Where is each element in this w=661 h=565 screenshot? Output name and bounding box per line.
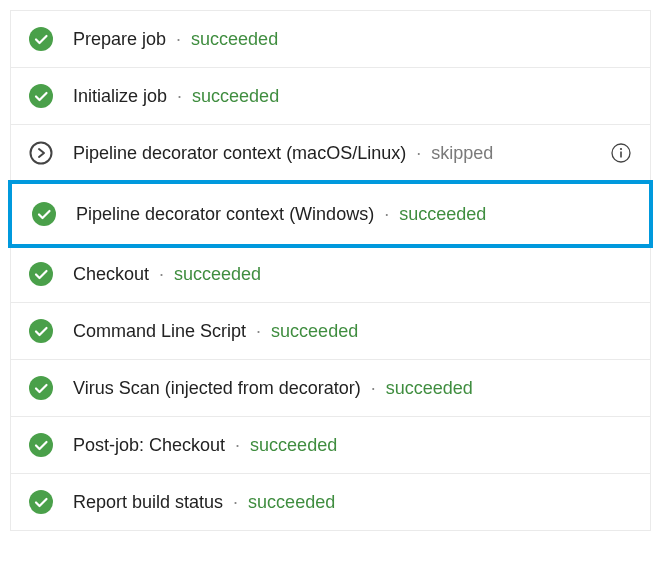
success-icon bbox=[29, 84, 53, 108]
step-name: Post-job: Checkout bbox=[73, 435, 225, 456]
success-icon bbox=[29, 376, 53, 400]
success-icon bbox=[29, 319, 53, 343]
step-status: succeeded bbox=[248, 492, 335, 513]
separator: · bbox=[384, 204, 389, 225]
success-icon bbox=[29, 433, 53, 457]
step-name: Checkout bbox=[73, 264, 149, 285]
step-name: Initialize job bbox=[73, 86, 167, 107]
step-row[interactable]: Post-job: Checkout·succeeded bbox=[11, 417, 650, 474]
status-icon-wrap bbox=[29, 376, 53, 400]
separator: · bbox=[177, 86, 182, 107]
step-name: Pipeline decorator context (macOS/Linux) bbox=[73, 143, 406, 164]
svg-point-6 bbox=[32, 202, 56, 226]
step-status: succeeded bbox=[174, 264, 261, 285]
step-name: Virus Scan (injected from decorator) bbox=[73, 378, 361, 399]
success-icon bbox=[29, 27, 53, 51]
status-icon-wrap bbox=[29, 141, 53, 165]
separator: · bbox=[233, 492, 238, 513]
separator: · bbox=[235, 435, 240, 456]
step-row[interactable]: Pipeline decorator context (macOS/Linux)… bbox=[11, 125, 650, 182]
status-icon-wrap bbox=[29, 319, 53, 343]
svg-point-11 bbox=[29, 490, 53, 514]
success-icon bbox=[29, 490, 53, 514]
svg-point-0 bbox=[29, 27, 53, 51]
info-button[interactable] bbox=[610, 142, 632, 164]
separator: · bbox=[371, 378, 376, 399]
pipeline-steps-list: Prepare job·succeeded Initialize job·suc… bbox=[10, 10, 651, 531]
separator: · bbox=[176, 29, 181, 50]
svg-point-9 bbox=[29, 376, 53, 400]
step-status: succeeded bbox=[271, 321, 358, 342]
step-row[interactable]: Prepare job·succeeded bbox=[11, 11, 650, 68]
skipped-icon bbox=[29, 141, 53, 165]
status-icon-wrap bbox=[29, 490, 53, 514]
separator: · bbox=[159, 264, 164, 285]
status-icon-wrap bbox=[29, 84, 53, 108]
svg-point-2 bbox=[31, 143, 52, 164]
step-row[interactable]: Command Line Script·succeeded bbox=[11, 303, 650, 360]
step-status: succeeded bbox=[386, 378, 473, 399]
svg-point-1 bbox=[29, 84, 53, 108]
step-status: succeeded bbox=[399, 204, 486, 225]
step-name: Pipeline decorator context (Windows) bbox=[76, 204, 374, 225]
step-status: skipped bbox=[431, 143, 493, 164]
step-row[interactable]: Report build status·succeeded bbox=[11, 474, 650, 531]
info-icon[interactable] bbox=[611, 143, 631, 163]
step-name: Prepare job bbox=[73, 29, 166, 50]
svg-point-8 bbox=[29, 319, 53, 343]
step-row[interactable]: Initialize job·succeeded bbox=[11, 68, 650, 125]
svg-point-10 bbox=[29, 433, 53, 457]
step-status: succeeded bbox=[191, 29, 278, 50]
separator: · bbox=[256, 321, 261, 342]
step-row[interactable]: Virus Scan (injected from decorator)·suc… bbox=[11, 360, 650, 417]
step-status: succeeded bbox=[250, 435, 337, 456]
step-row[interactable]: Pipeline decorator context (Windows)·suc… bbox=[8, 180, 653, 248]
step-row[interactable]: Checkout·succeeded bbox=[11, 246, 650, 303]
status-icon-wrap bbox=[29, 433, 53, 457]
status-icon-wrap bbox=[29, 27, 53, 51]
step-name: Report build status bbox=[73, 492, 223, 513]
svg-point-4 bbox=[620, 148, 622, 150]
separator: · bbox=[416, 143, 421, 164]
success-icon bbox=[29, 262, 53, 286]
svg-point-7 bbox=[29, 262, 53, 286]
status-icon-wrap bbox=[32, 202, 56, 226]
svg-rect-5 bbox=[620, 152, 622, 158]
status-icon-wrap bbox=[29, 262, 53, 286]
step-status: succeeded bbox=[192, 86, 279, 107]
success-icon bbox=[32, 202, 56, 226]
step-name: Command Line Script bbox=[73, 321, 246, 342]
